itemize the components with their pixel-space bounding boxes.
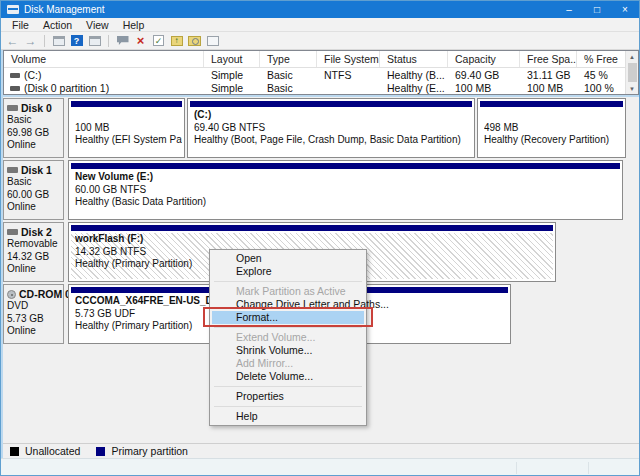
toolbar-forward-icon[interactable]: → — [23, 34, 38, 48]
partition-text: 100 MBHealthy (EFI System Partition) — [71, 107, 182, 147]
column-header-volume[interactable]: Volume — [4, 51, 204, 67]
toolbar-delete-icon-glyph: × — [137, 33, 145, 48]
disk-row-disk-0: Disk 0Basic69.98 GBOnline 100 MBHealthy … — [3, 98, 639, 158]
cell-status: Healthy (E... — [380, 81, 448, 94]
menubar-item-file[interactable]: File — [5, 19, 36, 31]
toolbar: ←→?×✓↑ — [1, 32, 639, 50]
context-menu-item-explore[interactable]: Explore — [212, 265, 364, 278]
context-menu-item-properties[interactable]: Properties — [212, 390, 364, 403]
context-menu-item-add-mirror: Add Mirror... — [212, 357, 364, 370]
disk-label-box[interactable]: Disk 0Basic69.98 GBOnline — [3, 98, 64, 158]
disk-name: Disk 2 — [7, 226, 63, 238]
maximize-button[interactable]: □ — [583, 1, 611, 18]
partition-box[interactable]: (C:)69.40 GB NTFSHealthy (Boot, Page Fil… — [187, 98, 475, 158]
partition-line1 — [75, 109, 182, 122]
scroll-down-icon[interactable]: ▼ — [629, 83, 635, 94]
context-menu-item-open[interactable]: Open — [212, 252, 364, 265]
scroll-up-icon[interactable]: ▲ — [629, 51, 635, 62]
partition-box[interactable]: 498 MBHealthy (Recovery Partition) — [477, 98, 626, 158]
window-title: Disk Management — [24, 4, 105, 15]
toolbar-new-volume-icon[interactable]: ↑ — [169, 34, 184, 48]
partition-line2: 69.40 GB NTFS — [194, 122, 472, 135]
disk-name-text: Disk 0 — [21, 102, 52, 114]
toolbar-console-tree-icon-glyph — [89, 36, 101, 46]
status-bar — [1, 458, 640, 476]
statusbar-separator — [588, 462, 589, 474]
partition-box[interactable]: 100 MBHealthy (EFI System Partition) — [68, 98, 185, 158]
partition-line2: 60.00 GB NTFS — [75, 184, 620, 197]
close-button[interactable]: × — [611, 1, 639, 18]
context-menu-item-shrink-volume[interactable]: Shrink Volume... — [212, 344, 364, 357]
toolbar-action-callout-icon[interactable] — [115, 34, 130, 48]
disk-info-line: DVD — [7, 300, 63, 313]
toolbar-properties-icon[interactable] — [205, 34, 220, 48]
context-menu-item-extend-volume: Extend Volume... — [212, 331, 364, 344]
menu-separator — [214, 327, 362, 328]
table-row[interactable]: (Disk 0 partition 1)SimpleBasicHealthy (… — [4, 81, 638, 94]
disk-row-disk-1: Disk 1Basic60.00 GBOnlineNew Volume (E:)… — [3, 160, 639, 220]
disk-info-line: 5.73 GB — [7, 313, 63, 326]
toolbar-properties-icon-glyph — [207, 36, 219, 46]
statusbar-separator — [516, 462, 517, 474]
scrollbar-thumb[interactable] — [628, 63, 637, 82]
disk-info-line: Online — [7, 201, 63, 214]
partition-line2: 498 MB — [484, 122, 623, 135]
column-header-layout[interactable]: Layout — [204, 51, 260, 67]
partition-line3: Healthy (Recovery Partition) — [484, 134, 623, 147]
menubar-item-view[interactable]: View — [79, 19, 116, 31]
cell-volume: (C:) — [4, 68, 204, 81]
partition-text: 498 MBHealthy (Recovery Partition) — [480, 107, 623, 147]
toolbar-back-icon[interactable]: ← — [5, 34, 20, 48]
disk-name: Disk 1 — [7, 164, 63, 176]
menubar-item-action[interactable]: Action — [36, 19, 79, 31]
disk-info-line: Online — [7, 139, 63, 152]
minimize-button[interactable]: – — [555, 1, 583, 18]
toolbar-forward-icon-glyph: → — [25, 34, 37, 48]
legend-label: Unallocated — [25, 445, 80, 457]
toolbar-back-icon-glyph: ← — [7, 34, 19, 48]
column-header-free-spa-[interactable]: Free Spa... — [520, 51, 577, 67]
legend-label: Primary partition — [111, 445, 187, 457]
toolbar-delete-icon[interactable]: × — [133, 34, 148, 48]
disk-management-window: Disk Management – □ × FileActionViewHelp… — [0, 0, 640, 476]
partition-line3: Healthy (Basic Data Partition) — [75, 196, 620, 209]
context-menu-item-change-drive-letter-and-paths[interactable]: Change Drive Letter and Paths... — [212, 298, 364, 311]
disk-label-box[interactable]: CD-ROM 0DVD5.73 GBOnline — [3, 284, 64, 344]
volume-name: (Disk 0 partition 1) — [24, 82, 109, 94]
toolbar-console-window-icon[interactable] — [51, 34, 66, 48]
menubar-item-help[interactable]: Help — [116, 19, 152, 31]
legend-swatch — [10, 447, 19, 456]
context-menu-item-format[interactable]: Format... — [212, 311, 364, 324]
toolbar-help-icon[interactable]: ? — [69, 34, 84, 48]
disk-label-box[interactable]: Disk 2Removable14.32 GBOnline — [3, 222, 64, 282]
toolbar-explore-folder-icon-glyph — [188, 36, 201, 46]
volume-list-scrollbar[interactable]: ▲ ▼ — [625, 51, 638, 94]
column-header-status[interactable]: Status — [380, 51, 448, 67]
partition-line3: Healthy (EFI System Partition) — [75, 134, 182, 147]
disk-graph-area: New Volume (E:)60.00 GB NTFSHealthy (Bas… — [66, 160, 639, 220]
disk-icon — [7, 105, 18, 111]
disk-label-box[interactable]: Disk 1Basic60.00 GBOnline — [3, 160, 64, 220]
cell-type: Basic — [260, 68, 317, 81]
toolbar-console-tree-icon[interactable] — [87, 34, 102, 48]
disk-info-line: Removable — [7, 238, 63, 251]
toolbar-explore-folder-icon[interactable] — [187, 34, 202, 48]
disk-info-line: Basic — [7, 114, 63, 127]
context-menu-item-help[interactable]: Help — [212, 410, 364, 423]
partition-line1: workFlash (F:) — [75, 233, 553, 246]
column-header-capacity[interactable]: Capacity — [448, 51, 520, 67]
disk-graph-area: 100 MBHealthy (EFI System Partition)(C:)… — [66, 98, 639, 158]
toolbar-checklist-icon[interactable]: ✓ — [151, 34, 166, 48]
column-header-type[interactable]: Type — [260, 51, 317, 67]
volume-drive-icon — [10, 86, 20, 91]
table-row[interactable]: (C:)SimpleBasicNTFSHealthy (B...69.40 GB… — [4, 68, 638, 81]
volume-name: (C:) — [24, 69, 42, 81]
disk-info-line: 60.00 GB — [7, 189, 63, 202]
column-header-file-system[interactable]: File System — [317, 51, 380, 67]
partition-box[interactable]: New Volume (E:)60.00 GB NTFSHealthy (Bas… — [68, 160, 623, 220]
app-icon — [7, 5, 19, 14]
disk-name-text: CD-ROM 0 — [19, 288, 71, 300]
cell-capacity: 100 MB — [448, 81, 520, 94]
context-menu-item-delete-volume[interactable]: Delete Volume... — [212, 370, 364, 383]
partition-context-menu: OpenExploreMark Partition as ActiveChang… — [209, 249, 367, 426]
